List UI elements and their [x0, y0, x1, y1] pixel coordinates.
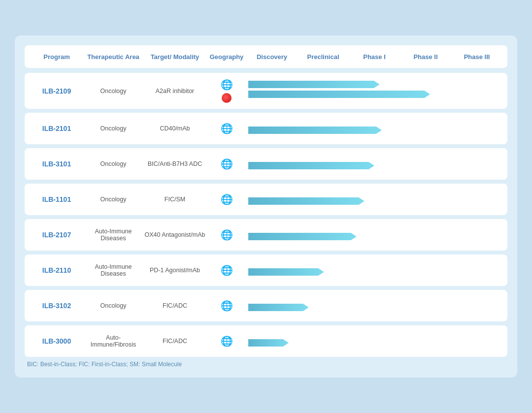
geography-icons: 🌐: [207, 123, 246, 134]
bar-chart: [248, 228, 500, 242]
geography-icons: 🌐: [207, 335, 246, 347]
chart-area: [246, 81, 502, 101]
table-body: ILB-2109 Oncology A2aR inhibitor 🌐: [25, 73, 507, 357]
bar-chart: [248, 122, 500, 135]
therapeutic-area: Oncology: [84, 302, 143, 309]
geography-icons: 🌐: [207, 193, 246, 205]
header-program: Program: [30, 52, 84, 61]
chart-area: [246, 263, 502, 277]
bar-chart: [248, 157, 500, 171]
bar-chart: [248, 299, 500, 313]
globe-icon: 🌐: [221, 79, 233, 91]
chart-area: [246, 192, 502, 206]
bar-chart: [248, 81, 500, 101]
target-modality: PD-1 Agonist/mAb: [143, 267, 207, 274]
header-phases: Discovery Preclinical Phase I Phase II P…: [246, 53, 502, 61]
target-modality: FIC/ADC: [143, 338, 207, 345]
program-bar: [248, 197, 365, 205]
program-name: ILB-2109: [30, 87, 84, 95]
china-icon: [222, 93, 232, 103]
program-bar: [248, 304, 309, 311]
table-row: ILB-3000 Auto-Immune/Fibrosis FIC/ADC 🌐: [25, 325, 507, 357]
header-geography: Geography: [207, 52, 246, 61]
program-bar: [248, 339, 289, 347]
globe-icon: 🌐: [221, 229, 233, 241]
pipeline-table: Program Therapeutic Area Target/ Modalit…: [15, 35, 517, 378]
target-modality: BIC/Anti-B7H3 ADC: [143, 160, 207, 167]
bar-chart: [248, 192, 500, 206]
therapeutic-area: Auto-Immune/Fibrosis: [84, 334, 143, 348]
target-modality: FIC/ADC: [143, 302, 207, 309]
program-bar: [248, 268, 324, 276]
header-phase3: Phase III: [451, 53, 502, 61]
bar-chart: [248, 334, 500, 348]
table-header: Program Therapeutic Area Target/ Modalit…: [25, 45, 507, 68]
program-bar: [248, 233, 357, 240]
table-row: ILB-2107 Auto-Immune Diseases OX40 Antag…: [25, 219, 507, 251]
header-phase1: Phase I: [349, 53, 400, 61]
globe-icon: 🌐: [221, 158, 233, 170]
geography-icons: 🌐: [207, 264, 246, 276]
target-modality: FIC/SM: [143, 196, 207, 203]
target-modality: CD40/mAb: [143, 125, 207, 132]
table-row: ILB-3102 Oncology FIC/ADC 🌐: [25, 290, 507, 321]
footnote: BIC: Best-in-Class; FIC: First-in-Class;…: [25, 361, 507, 368]
header-phase2: Phase II: [400, 53, 451, 61]
program-name: ILB-3102: [30, 301, 84, 310]
target-modality: A2aR inhibitor: [143, 88, 207, 95]
therapeutic-area: Oncology: [84, 88, 143, 95]
chart-area: [246, 122, 502, 135]
program-name: ILB-2101: [30, 124, 84, 133]
program-bar: [248, 81, 380, 88]
table-row: ILB-2109 Oncology A2aR inhibitor 🌐: [25, 73, 507, 109]
header-preclinical: Preclinical: [298, 53, 349, 61]
program-name: ILB-1101: [30, 195, 84, 204]
table-row: ILB-3101 Oncology BIC/Anti-B7H3 ADC 🌐: [25, 148, 507, 180]
bar-chart: [248, 263, 500, 277]
target-modality: OX40 Antagonist/mAb: [143, 231, 207, 238]
globe-icon: 🌐: [221, 123, 233, 134]
therapeutic-area: Auto-Immune Diseases: [84, 263, 143, 277]
program-bar: [248, 91, 430, 98]
therapeutic-area: Oncology: [84, 196, 143, 203]
chart-area: [246, 334, 502, 348]
header-therapeutic: Therapeutic Area: [84, 52, 143, 61]
header-discovery: Discovery: [246, 53, 298, 61]
chart-area: [246, 157, 502, 171]
globe-icon: 🌐: [221, 335, 233, 347]
program-name: ILB-2110: [30, 266, 84, 275]
therapeutic-area: Oncology: [84, 125, 143, 132]
globe-icon: 🌐: [221, 264, 233, 276]
globe-icon: 🌐: [221, 300, 233, 312]
program-bar: [248, 127, 382, 134]
table-row: ILB-1101 Oncology FIC/SM 🌐: [25, 184, 507, 215]
table-row: ILB-2101 Oncology CD40/mAb 🌐: [25, 113, 507, 144]
program-name: ILB-2107: [30, 230, 84, 239]
therapeutic-area: Auto-Immune Diseases: [84, 228, 143, 242]
chart-area: [246, 228, 502, 242]
table-row: ILB-2110 Auto-Immune Diseases PD-1 Agoni…: [25, 254, 507, 286]
chart-area: [246, 299, 502, 313]
header-target: Target/ Modality: [143, 52, 207, 61]
geography-icons: 🌐: [207, 229, 246, 241]
program-bar: [248, 162, 374, 169]
geography-icons: 🌐: [207, 300, 246, 312]
geography-icons: 🌐: [207, 158, 246, 170]
program-name: ILB-3101: [30, 159, 84, 168]
geography-icons: 🌐: [207, 79, 246, 103]
globe-icon: 🌐: [221, 193, 233, 205]
program-name: ILB-3000: [30, 337, 84, 346]
therapeutic-area: Oncology: [84, 160, 143, 167]
